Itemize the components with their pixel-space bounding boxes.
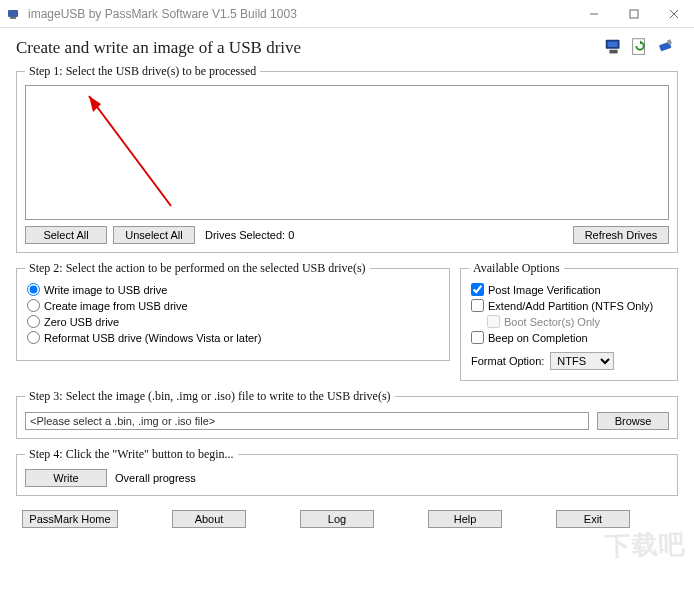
svg-rect-7	[608, 42, 618, 48]
usb-drive-icon	[654, 36, 678, 58]
svg-marker-13	[89, 96, 101, 112]
titlebar: imageUSB by PassMark Software V1.5 Build…	[0, 0, 694, 28]
check-extend[interactable]: Extend/Add Partition (NTFS Only)	[469, 298, 669, 314]
check-post-verify[interactable]: Post Image Verification	[469, 282, 669, 298]
computer-icon	[602, 36, 626, 58]
image-file-input[interactable]	[25, 412, 589, 430]
options-legend: Available Options	[469, 261, 564, 276]
radio-reformat[interactable]: Reformat USB drive (Windows Vista or lat…	[25, 330, 441, 346]
help-button[interactable]: Help	[428, 510, 502, 528]
maximize-button[interactable]	[614, 0, 654, 28]
step1-fieldset: Step 1: Select the USB drive(s) to be pr…	[16, 64, 678, 253]
app-icon	[6, 6, 22, 22]
minimize-button[interactable]	[574, 0, 614, 28]
passmark-home-button[interactable]: PassMark Home	[22, 510, 118, 528]
svg-rect-8	[609, 50, 617, 54]
step3-legend: Step 3: Select the image (.bin, .img or …	[25, 389, 395, 404]
step4-fieldset: Step 4: Click the "Write" button to begi…	[16, 447, 678, 496]
svg-rect-3	[630, 10, 638, 18]
svg-rect-0	[8, 10, 18, 17]
step1-legend: Step 1: Select the USB drive(s) to be pr…	[25, 64, 260, 79]
browse-button[interactable]: Browse	[597, 412, 669, 430]
annotation-arrow	[71, 86, 181, 216]
refresh-drives-button[interactable]: Refresh Drives	[573, 226, 669, 244]
select-all-button[interactable]: Select All	[25, 226, 107, 244]
format-option-label: Format Option:	[471, 355, 544, 367]
window-title: imageUSB by PassMark Software V1.5 Build…	[28, 7, 297, 21]
options-fieldset: Available Options Post Image Verificatio…	[460, 261, 678, 381]
log-button[interactable]: Log	[300, 510, 374, 528]
svg-line-12	[89, 96, 171, 206]
page-title: Create and write an image of a USB drive	[16, 38, 602, 58]
header-icons	[602, 36, 678, 58]
unselect-all-button[interactable]: Unselect All	[113, 226, 195, 244]
step2-fieldset: Step 2: Select the action to be performe…	[16, 261, 450, 361]
radio-create[interactable]: Create image from USB drive	[25, 298, 441, 314]
check-beep[interactable]: Beep on Completion	[469, 330, 669, 346]
step3-fieldset: Step 3: Select the image (.bin, .img or …	[16, 389, 678, 439]
close-button[interactable]	[654, 0, 694, 28]
exit-button[interactable]: Exit	[556, 510, 630, 528]
radio-zero[interactable]: Zero USB drive	[25, 314, 441, 330]
drive-list[interactable]	[25, 85, 669, 220]
step4-legend: Step 4: Click the "Write" button to begi…	[25, 447, 238, 462]
step2-legend: Step 2: Select the action to be performe…	[25, 261, 370, 276]
check-boot-sector: Boot Sector(s) Only	[485, 314, 669, 330]
refresh-doc-icon	[628, 36, 652, 58]
radio-write[interactable]: Write image to USB drive	[25, 282, 441, 298]
overall-progress-label: Overall progress	[115, 472, 196, 484]
svg-rect-1	[10, 17, 16, 19]
format-option-select[interactable]: NTFS	[550, 352, 614, 370]
about-button[interactable]: About	[172, 510, 246, 528]
write-button[interactable]: Write	[25, 469, 107, 487]
drives-selected-label: Drives Selected: 0	[205, 229, 294, 241]
